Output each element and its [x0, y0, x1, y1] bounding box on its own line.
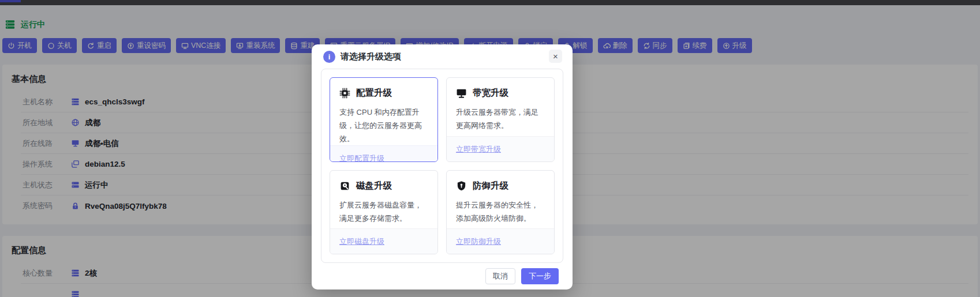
card-bandwidth-upgrade[interactable]: 带宽升级 升级云服务器带宽，满足更高网络需求。 立即带宽升级: [446, 77, 555, 162]
card-title: 磁盘升级: [356, 180, 392, 192]
cpu-icon: [339, 88, 350, 99]
info-icon: i: [323, 51, 335, 63]
bandwidth-upgrade-link[interactable]: 立即带宽升级: [456, 145, 501, 153]
card-footer: 立即磁盘升级: [330, 228, 437, 254]
card-title: 防御升级: [473, 180, 508, 192]
monitor-icon: [456, 88, 467, 99]
disk-upgrade-link[interactable]: 立即磁盘升级: [339, 237, 384, 246]
dialog-footer: 取消 下一步: [312, 263, 573, 290]
upgrade-options-dialog: i 请选择升级选项 × 配置升级 支持 CPU 和内存配置升级，让您的云服务器更…: [312, 44, 573, 290]
defense-upgrade-link[interactable]: 立即防御升级: [456, 237, 501, 246]
upgrade-cards-grid: 配置升级 支持 CPU 和内存配置升级，让您的云服务器更高效。 立即配置升级 带…: [321, 69, 563, 263]
card-footer: 立即防御升级: [447, 228, 554, 254]
card-description: 支持 CPU 和内存配置升级，让您的云服务器更高效。: [339, 106, 428, 145]
card-description: 扩展云服务器磁盘容量，满足更多存储需求。: [339, 199, 428, 225]
card-title: 配置升级: [356, 87, 392, 99]
config-upgrade-link[interactable]: 立即配置升级: [339, 154, 384, 162]
close-icon[interactable]: ×: [549, 50, 562, 63]
card-config-upgrade[interactable]: 配置升级 支持 CPU 和内存配置升级，让您的云服务器更高效。 立即配置升级: [330, 77, 438, 162]
card-disk-upgrade[interactable]: 磁盘升级 扩展云服务器磁盘容量，满足更多存储需求。 立即磁盘升级: [330, 170, 438, 254]
card-defense-upgrade[interactable]: 防御升级 提升云服务器的安全性，添加高级防火墙防御。 立即防御升级: [446, 170, 555, 254]
hard-disk-icon: [339, 181, 350, 191]
next-step-button[interactable]: 下一步: [521, 268, 559, 284]
cancel-button[interactable]: 取消: [485, 268, 515, 284]
dialog-title: 请选择升级选项: [341, 51, 401, 62]
card-description: 提升云服务器的安全性，添加高级防火墙防御。: [456, 199, 545, 225]
card-description: 升级云服务器带宽，满足更高网络需求。: [456, 106, 545, 133]
card-title: 带宽升级: [473, 87, 508, 99]
dialog-header: i 请选择升级选项 ×: [312, 44, 573, 67]
card-footer: 立即配置升级: [330, 145, 437, 162]
card-footer: 立即带宽升级: [447, 136, 554, 161]
shield-icon: [456, 181, 467, 191]
